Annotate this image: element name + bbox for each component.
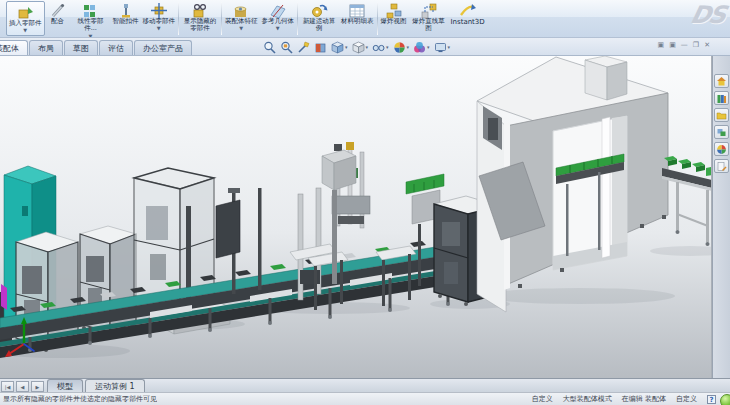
button-label: 参考几何体 — [262, 18, 295, 25]
status-bar: 显示所有隐藏的零部件并使选定的隐藏零部件可见 自定义 大型装配体模式 在编辑 装… — [0, 392, 730, 405]
model-motion-tab-bar: |◀ ◀ ▶ 模型 运动算例 1 — [0, 378, 730, 392]
graphics-area[interactable] — [0, 56, 712, 378]
tab-scroll-first-button[interactable]: |◀ — [1, 381, 14, 392]
dropdown-arrow-icon[interactable]: ▾ — [407, 44, 410, 50]
document-window-controls: ▣ ▣ — ❐ ✕ — [658, 40, 710, 50]
toolbar-separator — [221, 2, 222, 35]
exploded-view-button[interactable]: 爆炸视图 — [379, 0, 409, 37]
help-icon[interactable]: ? — [707, 395, 716, 404]
minimize-icon[interactable]: — — [681, 40, 688, 50]
edit-appearance-icon[interactable]: ▾ — [392, 41, 411, 54]
dropdown-arrow-icon[interactable]: ▾ — [448, 44, 451, 50]
appearances-scenes-icon[interactable] — [714, 142, 729, 156]
apply-scene-icon[interactable]: ▾ — [412, 41, 431, 54]
magenta-accent-panel[interactable] — [1, 284, 7, 310]
dropdown-arrow-icon[interactable]: ▾ — [345, 44, 348, 50]
assembly-features-button[interactable]: 装配体特征 ▼ — [223, 0, 260, 37]
button-label: 智能扣件 — [113, 18, 139, 25]
view-orientation-icon[interactable]: ▾ — [330, 41, 349, 54]
window-icon[interactable]: ▣ — [669, 40, 676, 50]
dropdown-arrow-icon[interactable]: ▾ — [427, 44, 430, 50]
dassault-systemes-logo: DS — [688, 1, 727, 29]
dropdown-arrow-icon[interactable]: ▼ — [276, 26, 280, 31]
tab-motion-study-1[interactable]: 运动算例 1 — [85, 379, 145, 392]
section-view-icon[interactable] — [313, 41, 328, 54]
explode-line-sketch-button[interactable]: 爆炸直线草图 — [409, 0, 449, 37]
assembly-3d-scene[interactable] — [0, 56, 712, 378]
solidworks-resources-icon[interactable] — [714, 74, 729, 88]
button-label: 配合 — [51, 18, 64, 25]
smart-fasteners-button[interactable]: 智能扣件 — [111, 0, 141, 37]
move-component-icon — [150, 2, 168, 18]
instant3d-icon — [459, 2, 477, 18]
assembly-features-icon — [232, 2, 250, 18]
status-right-items: 自定义 大型装配体模式 在编辑 装配体 自定义 ? — [532, 394, 730, 404]
mate-icon — [49, 2, 67, 18]
show-hidden-components-button[interactable]: 显示隐藏的零部件 — [180, 0, 220, 37]
exploded-view-icon — [385, 2, 403, 18]
button-label: Instant3D — [451, 18, 485, 26]
tab-model[interactable]: 模型 — [47, 379, 83, 392]
instant3d-button[interactable]: Instant3D — [449, 0, 487, 37]
zoom-to-selection-icon[interactable] — [296, 41, 311, 54]
show-hidden-components-icon — [191, 2, 209, 18]
linear-pattern-icon — [82, 2, 100, 18]
mate-button[interactable]: 配合 — [45, 0, 71, 37]
new-motion-study-button[interactable]: 新建运动算例 — [299, 0, 339, 37]
quick-tips-button[interactable] — [720, 394, 730, 405]
tab-sketch[interactable]: 草图 — [64, 40, 98, 55]
tab-evaluate[interactable]: 评估 — [99, 40, 133, 55]
status-editing-assembly: 在编辑 装配体 — [622, 394, 666, 404]
bill-of-materials-button[interactable]: 材料明细表 — [339, 0, 376, 37]
dropdown-arrow-icon[interactable]: ▾ — [366, 44, 369, 50]
window-icon[interactable]: ▣ — [658, 40, 665, 50]
view-settings-icon[interactable]: ▾ — [433, 41, 452, 54]
small-dark-housing[interactable] — [216, 200, 240, 258]
zoom-fit-icon[interactable] — [262, 41, 277, 54]
tab-scroll-right-button[interactable]: ▶ — [31, 381, 44, 392]
status-message: 显示所有隐藏的零部件并使选定的隐藏零部件可见 — [3, 394, 157, 404]
button-label: 插入零部件 — [9, 20, 42, 27]
view-palette-icon[interactable] — [714, 125, 729, 139]
button-label: 线性零部件... — [73, 18, 109, 33]
tab-office-products[interactable]: 办公室产品 — [134, 40, 192, 55]
command-manager-toolbar: 插入零部件 ▼ 配合 线性零部件... ▼ 智能扣件 移动零部件 ▼ 显示隐藏的… — [0, 0, 730, 38]
heads-up-view-toolbar: ▾ ▾ ▾ ▾ ▾ ▾ — [262, 39, 451, 55]
smart-fasteners-icon — [117, 2, 135, 18]
custom-properties-icon[interactable] — [714, 159, 729, 173]
toolbar-separator — [297, 2, 298, 35]
button-label: 爆炸视图 — [381, 18, 407, 25]
bill-of-materials-icon — [348, 2, 366, 18]
button-label: 显示隐藏的零部件 — [182, 18, 218, 33]
tab-assembly[interactable]: 装配体 — [0, 40, 28, 55]
file-explorer-icon[interactable] — [714, 108, 729, 122]
linear-component-pattern-button[interactable]: 线性零部件... ▼ — [71, 0, 111, 37]
button-label: 移动零部件 — [143, 18, 176, 25]
button-label: 爆炸直线草图 — [411, 18, 447, 33]
status-custom-2[interactable]: 自定义 — [676, 394, 697, 404]
button-label: 装配体特征 — [225, 18, 258, 25]
close-icon[interactable]: ✕ — [704, 40, 710, 50]
status-custom: 自定义 — [532, 394, 553, 404]
dropdown-arrow-icon[interactable]: ▾ — [386, 44, 389, 50]
roof-box[interactable] — [585, 56, 627, 100]
insert-components-button[interactable]: 插入零部件 ▼ — [6, 1, 45, 36]
hide-show-items-icon[interactable]: ▾ — [371, 41, 390, 54]
display-style-icon[interactable]: ▾ — [351, 41, 370, 54]
tab-scroll-left-button[interactable]: ◀ — [16, 381, 29, 392]
dropdown-arrow-icon[interactable]: ▼ — [157, 26, 161, 31]
design-library-icon[interactable] — [714, 91, 729, 105]
explode-line-sketch-icon — [420, 2, 438, 18]
tab-layout[interactable]: 布局 — [29, 40, 63, 55]
dropdown-arrow-icon[interactable]: ▼ — [23, 28, 27, 33]
reference-geometry-icon — [269, 2, 287, 18]
move-component-button[interactable]: 移动零部件 ▼ — [141, 0, 178, 37]
machine-door[interactable] — [553, 116, 627, 270]
restore-icon[interactable]: ❐ — [693, 40, 699, 50]
reference-geometry-button[interactable]: 参考几何体 ▼ — [260, 0, 297, 37]
insert-component-icon — [16, 4, 34, 20]
zoom-area-icon[interactable] — [279, 41, 294, 54]
button-label: 材料明细表 — [341, 18, 374, 25]
status-large-assembly-mode: 大型装配体模式 — [563, 394, 612, 404]
dropdown-arrow-icon[interactable]: ▼ — [239, 26, 243, 31]
